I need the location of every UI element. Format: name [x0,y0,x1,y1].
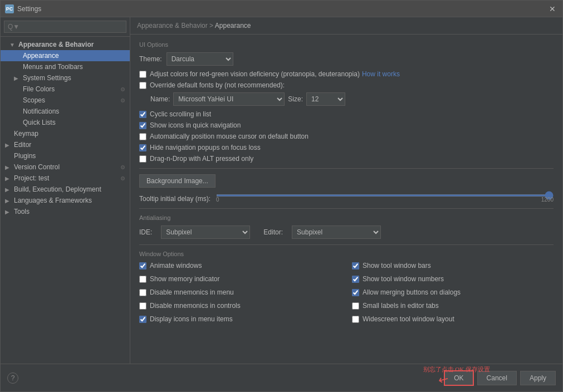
auto-position-row: Automatically position mouse cursor on d… [139,133,554,140]
sidebar-label: Project: test [14,174,49,182]
slider-max: 1200 [541,197,554,203]
font-size-select[interactable]: 12 11 13 14 [306,92,345,106]
disable-menu-mnemonics-checkbox[interactable] [139,289,146,296]
animate-windows-checkbox[interactable] [139,262,146,270]
sidebar-item-scopes[interactable]: Scopes ⚙ [1,95,130,106]
sidebar-item-notifications[interactable]: Notifications [1,106,130,117]
animate-windows-row: Animate windows [139,262,341,270]
settings-content: UI Options Theme: Darcula IntelliJ Light… [130,35,562,364]
expand-arrow: ▶ [5,175,13,182]
show-tool-bars-checkbox[interactable] [352,262,359,270]
settings-icon: ⚙ [120,86,125,92]
font-name-select[interactable]: Microsoft YaHei UI [173,92,285,106]
show-memory-row: Show memory indicator [139,275,341,283]
auto-position-checkbox[interactable] [139,133,146,140]
tooltip-slider-container: 0 1200 [216,194,554,203]
tooltip-label: Tooltip initial delay (ms): [139,195,210,203]
sidebar-item-version-control[interactable]: ▶ Version Control ⚙ [1,161,130,173]
display-icons-checkbox[interactable] [139,316,146,323]
widescreen-checkbox[interactable] [352,316,359,323]
sidebar-label: Quick Lists [23,119,56,126]
ide-aa-select[interactable]: Subpixel Greyscale No antialiasing [161,226,250,239]
override-fonts-checkbox[interactable] [139,82,146,89]
sidebar-label: Languages & Frameworks [14,197,92,204]
sidebar-item-appearance[interactable]: Appearance [1,50,130,61]
allow-merging-checkbox[interactable] [352,289,359,296]
show-tool-numbers-checkbox[interactable] [352,276,359,283]
close-button[interactable]: ✕ [547,3,558,14]
settings-icon: ⚙ [120,164,125,170]
ui-options-label: UI Options [139,41,554,48]
disable-ctrl-mnemonics-checkbox[interactable] [139,302,146,310]
apply-button[interactable]: Apply [520,371,556,385]
sidebar-item-system-settings[interactable]: ▶ System Settings [1,72,130,84]
show-memory-label: Show memory indicator [150,275,219,283]
sidebar-label: Build, Execution, Deployment [14,185,101,193]
antialiasing-row: IDE: Subpixel Greyscale No antialiasing … [139,226,554,239]
divider-2 [139,208,554,209]
sidebar-item-keymap[interactable]: Keymap [1,128,130,139]
expand-arrow: ▶ [5,164,13,170]
small-labels-checkbox[interactable] [352,302,359,310]
red-green-checkbox[interactable] [139,71,146,78]
breadcrumb-part1: Appearance & Behavior [137,22,208,30]
divider-1 [139,168,554,169]
override-fonts-label: Override default fonts by (not recommend… [150,81,285,89]
disable-ctrl-mnemonics-row: Disable mnemonics in controls [139,302,341,310]
sidebar-label: System Settings [23,74,71,82]
show-tool-numbers-label: Show tool window numbers [363,275,444,283]
right-panel: Appearance & Behavior > Appearance UI Op… [130,17,562,364]
sidebar-item-quick-lists[interactable]: Quick Lists [1,117,130,128]
tree-area: ▼ Appearance & Behavior Appearance Menus… [1,37,130,364]
name-label: Name: [150,95,170,103]
sidebar-label: Plugins [14,152,36,160]
sidebar-label: Scopes [23,96,45,104]
annotation-text: 别忘了点击 OK 保存设置 [423,365,490,374]
hide-nav-checkbox[interactable] [139,144,146,151]
cyclic-scroll-checkbox[interactable] [139,111,146,118]
show-tool-numbers-row: Show tool window numbers [352,275,554,283]
expand-arrow: ▶ [5,209,13,215]
editor-aa-select[interactable]: Subpixel Greyscale No antialiasing [292,226,381,239]
expand-arrow: ▶ [5,187,13,193]
show-tool-bars-row: Show tool window bars [352,262,554,270]
breadcrumb-separator: > [209,22,215,30]
widescreen-row: Widescreen tool window layout [352,315,554,323]
auto-position-label: Automatically position mouse cursor on d… [150,133,309,140]
sidebar-item-editor[interactable]: ▶ Editor [1,139,130,150]
sidebar-item-tools[interactable]: ▶ Tools [1,206,130,217]
drag-drop-checkbox[interactable] [139,155,146,163]
allow-merging-row: Allow merging buttons on dialogs [352,288,554,296]
disable-menu-mnemonics-row: Disable mnemonics in menu [139,288,341,296]
cyclic-scroll-row: Cyclic scrolling in list [139,110,554,118]
background-image-button[interactable]: Background Image... [139,174,216,188]
theme-select[interactable]: Darcula IntelliJ Light High Contrast [167,52,233,66]
slider-labels: 0 1200 [216,197,554,203]
help-button[interactable]: ? [7,373,18,384]
sidebar-label: Keymap [14,130,38,138]
sidebar-item-menus-toolbars[interactable]: Menus and Toolbars [1,61,130,72]
disable-ctrl-mnemonics-label: Disable mnemonics in controls [150,302,241,310]
window-options-label: Window Options [139,251,554,257]
sidebar-item-build-execution[interactable]: ▶ Build, Execution, Deployment [1,184,130,195]
expand-arrow: ▶ [5,142,13,148]
search-input[interactable] [4,21,126,33]
sidebar-item-languages-frameworks[interactable]: ▶ Languages & Frameworks [1,195,130,206]
app-icon: PC [5,4,14,13]
size-label: Size: [288,95,303,103]
show-memory-checkbox[interactable] [139,276,146,283]
display-icons-label: Display icons in menu items [150,315,233,323]
sidebar-item-project-test[interactable]: ▶ Project: test ⚙ [1,173,130,184]
hide-nav-row: Hide navigation popups on focus loss [139,144,554,151]
expand-arrow: ▶ [14,75,22,81]
sidebar-label: File Colors [23,85,55,93]
sidebar-item-plugins[interactable]: Plugins [1,150,130,161]
how-it-works-link[interactable]: How it works [362,70,400,78]
sidebar-label: Notifications [23,107,59,115]
sidebar-label: Appearance & Behavior [18,41,94,48]
show-icons-checkbox[interactable] [139,122,146,129]
sidebar-label: Editor [14,141,31,149]
sidebar-item-appearance-behavior[interactable]: ▼ Appearance & Behavior [1,39,130,50]
search-box [1,17,130,37]
sidebar-item-file-colors[interactable]: File Colors ⚙ [1,84,130,95]
